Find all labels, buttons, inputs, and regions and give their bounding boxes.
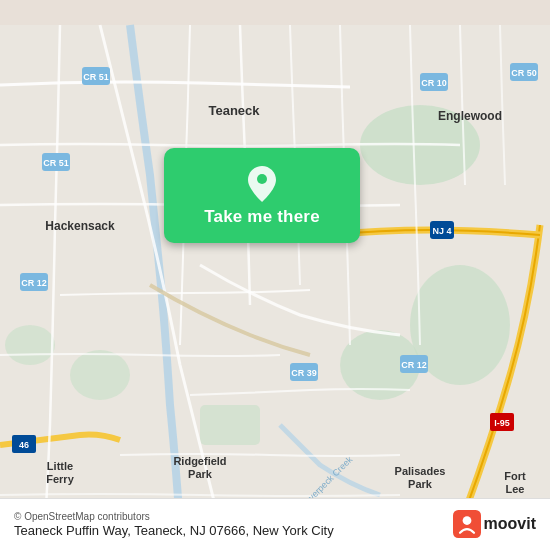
svg-text:Ferry: Ferry	[46, 473, 74, 485]
address-text: Teaneck Puffin Way, Teaneck, NJ 07666, N…	[14, 522, 443, 540]
svg-point-39	[257, 174, 267, 184]
svg-text:Ridgefield: Ridgefield	[173, 455, 226, 467]
svg-text:Palisades: Palisades	[395, 465, 446, 477]
svg-text:Park: Park	[408, 478, 433, 490]
address-area: © OpenStreetMap contributors Teaneck Puf…	[14, 509, 443, 540]
svg-text:Park: Park	[188, 468, 213, 480]
map-background: CR 51 CR 51 CR 10 CR 50 CR 12 NJ 4 CR 39…	[0, 0, 550, 550]
svg-text:Fort: Fort	[504, 470, 526, 482]
map-container: CR 51 CR 51 CR 10 CR 50 CR 12 NJ 4 CR 39…	[0, 0, 550, 550]
take-me-there-label: Take me there	[204, 207, 320, 227]
svg-text:Teaneck: Teaneck	[208, 103, 260, 118]
svg-text:CR 51: CR 51	[83, 72, 109, 82]
svg-text:Hackensack: Hackensack	[45, 219, 115, 233]
info-bar: © OpenStreetMap contributors Teaneck Puf…	[0, 498, 550, 550]
svg-text:Lee: Lee	[506, 483, 525, 495]
svg-rect-6	[200, 405, 260, 445]
svg-text:46: 46	[19, 440, 29, 450]
moovit-logo: moovit	[453, 510, 536, 538]
svg-point-4	[70, 350, 130, 400]
svg-text:CR 12: CR 12	[401, 360, 427, 370]
svg-text:CR 51: CR 51	[43, 158, 69, 168]
svg-text:CR 10: CR 10	[421, 78, 447, 88]
svg-text:CR 39: CR 39	[291, 368, 317, 378]
location-pin-icon	[246, 165, 278, 203]
svg-text:Little: Little	[47, 460, 73, 472]
osm-credit: © OpenStreetMap contributors	[14, 511, 443, 522]
moovit-text: moovit	[484, 515, 536, 533]
moovit-icon	[453, 510, 481, 538]
svg-text:CR 50: CR 50	[511, 68, 537, 78]
svg-text:I-95: I-95	[494, 418, 510, 428]
svg-text:NJ 4: NJ 4	[432, 226, 451, 236]
svg-point-41	[462, 517, 471, 526]
svg-text:Englewood: Englewood	[438, 109, 502, 123]
svg-text:CR 12: CR 12	[21, 278, 47, 288]
svg-point-5	[5, 325, 55, 365]
take-me-there-button[interactable]: Take me there	[164, 148, 360, 243]
